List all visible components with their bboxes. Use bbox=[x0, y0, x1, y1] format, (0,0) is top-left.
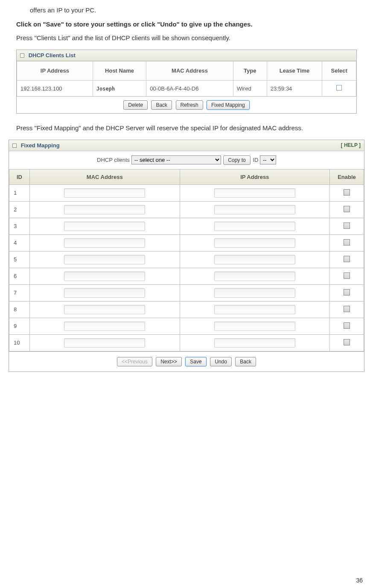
cell-mac bbox=[30, 301, 180, 318]
cell-ip bbox=[180, 334, 330, 351]
mac-input[interactable] bbox=[64, 338, 145, 348]
cell-mac: 00-0B-6A-F4-40-D6 bbox=[146, 81, 233, 97]
table-row: 10 bbox=[9, 334, 364, 351]
ip-input[interactable] bbox=[214, 288, 295, 298]
cell-select bbox=[322, 81, 356, 97]
cell-id: 8 bbox=[9, 301, 30, 318]
button-row: Delete Back Refresh Fixed Mapping bbox=[17, 97, 356, 113]
cell-ip bbox=[180, 284, 330, 301]
mac-input[interactable] bbox=[64, 288, 145, 298]
cell-lease: 23:59:34 bbox=[267, 81, 322, 97]
header-id: ID bbox=[9, 169, 30, 184]
doc-text-clients: Press "Clients List" and the list of DHC… bbox=[9, 32, 364, 44]
back-button[interactable]: Back bbox=[151, 100, 172, 110]
ip-input[interactable] bbox=[214, 322, 295, 331]
table-row: 2 bbox=[9, 201, 364, 218]
cell-id: 9 bbox=[9, 318, 30, 334]
dhcp-clients-select[interactable]: -- select one -- bbox=[131, 155, 221, 164]
back-button[interactable]: Back bbox=[235, 357, 256, 366]
fixed-mapping-button[interactable]: Fixed Mapping bbox=[207, 100, 250, 110]
cell-id: 10 bbox=[9, 334, 30, 351]
header-lease: Lease Time bbox=[267, 61, 322, 81]
ip-input[interactable] bbox=[214, 305, 295, 314]
id-label: ID bbox=[253, 157, 258, 163]
cell-ip bbox=[180, 318, 330, 334]
cell-enable bbox=[330, 318, 364, 334]
enable-checkbox[interactable] bbox=[344, 272, 350, 279]
mac-input[interactable] bbox=[64, 222, 145, 231]
ip-input[interactable] bbox=[214, 255, 295, 264]
panel-header: DHCP Clients List bbox=[17, 50, 356, 61]
copy-to-button[interactable]: Copy to bbox=[223, 155, 250, 165]
table-row: 5 bbox=[9, 251, 364, 268]
help-link[interactable]: [ HELP ] bbox=[341, 142, 361, 148]
doc-text-save-undo: Click on "Save" to store your settings o… bbox=[9, 18, 364, 31]
clients-table: IP Address Host Name MAC Address Type Le… bbox=[17, 61, 356, 97]
enable-checkbox[interactable] bbox=[344, 306, 350, 312]
enable-checkbox[interactable] bbox=[344, 189, 350, 196]
cell-mac bbox=[30, 268, 180, 284]
cell-type: Wired bbox=[233, 81, 267, 97]
cell-host: Joseph bbox=[93, 81, 146, 97]
table-row: 7 bbox=[9, 284, 364, 301]
enable-checkbox[interactable] bbox=[344, 339, 350, 345]
refresh-button[interactable]: Refresh bbox=[176, 100, 203, 110]
ip-input[interactable] bbox=[214, 205, 295, 214]
header-type: Type bbox=[233, 61, 267, 81]
copy-row: DHCP clients -- select one -- Copy to ID… bbox=[9, 151, 364, 169]
header-ip: IP Address bbox=[17, 61, 93, 81]
enable-checkbox[interactable] bbox=[344, 256, 350, 262]
dhcp-clients-panel: DHCP Clients List IP Address Host Name M… bbox=[16, 50, 357, 114]
id-select[interactable]: -- bbox=[260, 155, 276, 164]
fixed-mapping-panel: Fixed Mapping [ HELP ] DHCP clients -- s… bbox=[9, 140, 364, 372]
doc-text-fixed-mapping: Press "Fixed Mapping" and the DHCP Serve… bbox=[9, 122, 364, 135]
mac-input[interactable] bbox=[64, 272, 145, 281]
cell-id: 4 bbox=[9, 234, 30, 251]
next-button[interactable]: Next>> bbox=[156, 357, 182, 366]
enable-checkbox[interactable] bbox=[344, 222, 350, 229]
cell-mac bbox=[30, 234, 180, 251]
select-checkbox[interactable] bbox=[336, 85, 342, 91]
cell-mac bbox=[30, 318, 180, 334]
mac-input[interactable] bbox=[64, 238, 145, 248]
cell-mac bbox=[30, 218, 180, 234]
ip-input[interactable] bbox=[214, 238, 295, 248]
header-ip: IP Address bbox=[180, 169, 330, 184]
enable-checkbox[interactable] bbox=[344, 322, 350, 329]
panel-header: Fixed Mapping [ HELP ] bbox=[9, 140, 364, 151]
enable-checkbox[interactable] bbox=[344, 206, 350, 212]
cell-enable bbox=[330, 251, 364, 268]
header-mac: MAC Address bbox=[146, 61, 233, 81]
cell-enable bbox=[330, 201, 364, 218]
mac-input[interactable] bbox=[64, 255, 145, 264]
cell-mac bbox=[30, 334, 180, 351]
footer-row: <<Previous Next>> Save Undo Back bbox=[9, 351, 364, 372]
previous-button[interactable]: <<Previous bbox=[117, 357, 152, 366]
expand-icon bbox=[20, 53, 24, 58]
save-button[interactable]: Save bbox=[185, 357, 206, 366]
ip-input[interactable] bbox=[214, 338, 295, 348]
header-mac: MAC Address bbox=[30, 169, 180, 184]
mac-input[interactable] bbox=[64, 188, 145, 198]
undo-button[interactable]: Undo bbox=[210, 357, 232, 366]
mac-input[interactable] bbox=[64, 205, 145, 214]
cell-enable bbox=[330, 218, 364, 234]
ip-input[interactable] bbox=[214, 222, 295, 231]
delete-button[interactable]: Delete bbox=[123, 100, 148, 110]
table-row: 3 bbox=[9, 218, 364, 234]
table-row: 8 bbox=[9, 301, 364, 318]
cell-mac bbox=[30, 284, 180, 301]
cell-id: 7 bbox=[9, 284, 30, 301]
enable-checkbox[interactable] bbox=[344, 239, 350, 246]
cell-ip bbox=[180, 268, 330, 284]
mac-input[interactable] bbox=[64, 305, 145, 314]
enable-checkbox[interactable] bbox=[344, 289, 350, 295]
ip-input[interactable] bbox=[214, 272, 295, 281]
mac-input[interactable] bbox=[64, 322, 145, 331]
ip-input[interactable] bbox=[214, 188, 295, 198]
cell-ip bbox=[180, 201, 330, 218]
cell-enable bbox=[330, 301, 364, 318]
cell-ip bbox=[180, 184, 330, 201]
cell-enable bbox=[330, 184, 364, 201]
cell-mac bbox=[30, 184, 180, 201]
